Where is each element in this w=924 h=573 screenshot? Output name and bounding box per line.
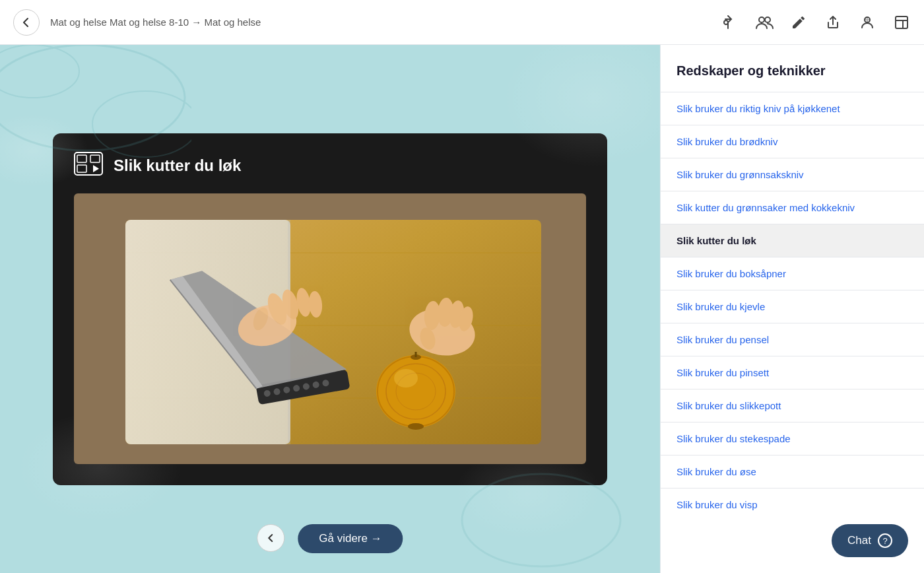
sidebar-item[interactable]: Slik kutter du løk bbox=[661, 224, 924, 257]
header-left: Mat og helse Mat og helse 8-10 → Mat og … bbox=[13, 9, 261, 36]
svg-marker-15 bbox=[93, 165, 99, 172]
edit-icon[interactable] bbox=[789, 13, 808, 32]
sidebar-item[interactable]: Slik bruker du grønnsakskniv bbox=[661, 158, 924, 191]
sidebar-item[interactable]: Slik bruker du pensel bbox=[661, 323, 924, 356]
chat-button[interactable]: Chat ? bbox=[832, 524, 908, 557]
sidebar-item[interactable]: Slik bruker du boksåpner bbox=[661, 257, 924, 290]
share-icon[interactable] bbox=[824, 13, 842, 32]
chat-icon: ? bbox=[878, 533, 892, 548]
sidebar: Redskaper og teknikker Slik bruker du ri… bbox=[660, 45, 924, 573]
users-icon[interactable] bbox=[755, 13, 774, 32]
badge-icon[interactable] bbox=[858, 13, 876, 32]
sidebar-item[interactable]: Slik bruker du øse bbox=[661, 455, 924, 488]
video-preview[interactable] bbox=[74, 193, 586, 464]
sidebar-item[interactable]: Slik bruker du riktig kniv på kjøkkenet bbox=[661, 92, 924, 125]
content-area: Slik kutter du løk bbox=[0, 45, 660, 573]
svg-rect-12 bbox=[77, 155, 86, 162]
main: Slik kutter du løk bbox=[0, 45, 924, 573]
svg-point-37 bbox=[408, 423, 424, 430]
sidebar-item[interactable]: Slik bruker du pinsett bbox=[661, 356, 924, 389]
layout-icon[interactable] bbox=[892, 13, 911, 32]
sidebar-item[interactable]: Slik bruker du stekespade bbox=[661, 422, 924, 455]
svg-rect-13 bbox=[90, 155, 100, 162]
video-card-header: Slik kutter du løk bbox=[74, 152, 586, 180]
svg-point-8 bbox=[0, 45, 79, 98]
header: Mat og helse Mat og helse 8-10 → Mat og … bbox=[0, 0, 924, 45]
header-icons bbox=[721, 13, 911, 32]
svg-rect-4 bbox=[896, 17, 908, 28]
breadcrumb: Mat og helse Mat og helse 8-10 → Mat og … bbox=[50, 17, 261, 28]
svg-point-10 bbox=[462, 474, 620, 566]
video-title: Slik kutter du løk bbox=[114, 156, 241, 175]
svg-text:?: ? bbox=[882, 536, 887, 546]
sidebar-item[interactable]: Slik bruker du kjevle bbox=[661, 290, 924, 323]
pin-icon[interactable] bbox=[721, 13, 739, 32]
next-button[interactable]: Gå videre → bbox=[298, 524, 403, 553]
sidebar-item[interactable]: Slik bruker du slikkepott bbox=[661, 389, 924, 422]
svg-point-2 bbox=[765, 17, 770, 22]
back-button[interactable] bbox=[13, 9, 40, 36]
video-card: Slik kutter du løk bbox=[53, 133, 607, 485]
svg-point-40 bbox=[394, 369, 418, 388]
sidebar-item[interactable]: Slik bruker du brødkniv bbox=[661, 125, 924, 158]
sidebar-list: Slik bruker du riktig kniv på kjøkkenetS… bbox=[661, 92, 924, 573]
sidebar-title: Redskaper og teknikker bbox=[661, 45, 924, 92]
bottom-navigation: Gå videre → bbox=[257, 524, 403, 553]
svg-point-33 bbox=[376, 355, 455, 428]
svg-point-1 bbox=[759, 17, 764, 22]
svg-rect-14 bbox=[77, 165, 86, 172]
prev-button[interactable] bbox=[257, 524, 284, 552]
chat-label: Chat bbox=[847, 534, 871, 547]
svg-rect-11 bbox=[75, 152, 102, 175]
video-play-icon bbox=[74, 152, 103, 180]
sidebar-item[interactable]: Slik kutter du grønnsaker med kokkekniv bbox=[661, 191, 924, 224]
sidebar-item[interactable]: Slik bruker du visp bbox=[661, 488, 924, 521]
